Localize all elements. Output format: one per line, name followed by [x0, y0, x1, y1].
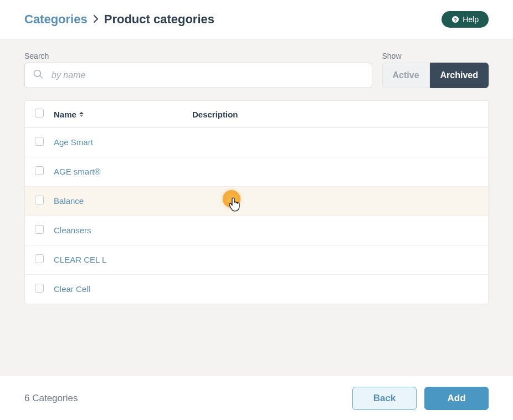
search-input[interactable] [52, 70, 364, 80]
row-checkbox[interactable] [35, 196, 44, 204]
category-name-link[interactable]: CLEAR CEL L [54, 255, 106, 264]
show-group: Show Active Archived [382, 52, 489, 88]
column-header-description[interactable]: Description [192, 110, 478, 119]
table-row[interactable]: CLEAR CEL L [25, 245, 488, 275]
column-header-name[interactable]: Name [54, 110, 192, 119]
toggle-active[interactable]: Active [382, 63, 430, 88]
breadcrumb-root[interactable]: Categories [24, 12, 88, 27]
table-row[interactable]: Clear Cell [25, 275, 488, 304]
category-name-link[interactable]: Age Smart [54, 137, 93, 147]
filters-row: Search Show Active Archived [24, 52, 489, 88]
help-button[interactable]: ? Help [442, 11, 489, 28]
row-checkbox[interactable] [35, 225, 44, 234]
row-checkbox[interactable] [35, 254, 44, 263]
page-title: Product categories [104, 12, 214, 27]
category-name-link[interactable]: Clear Cell [54, 284, 90, 294]
row-checkbox[interactable] [35, 166, 44, 175]
chevron-right-icon [93, 14, 99, 25]
back-button[interactable]: Back [352, 387, 417, 410]
help-icon: ? [452, 16, 459, 23]
table-row[interactable]: AGE smart® [25, 157, 488, 187]
footer-actions: Back Add [352, 387, 489, 410]
footer: 6 Categories Back Add [0, 376, 513, 420]
content-area: Search Show Active Archived Name [0, 39, 513, 376]
svg-text:?: ? [454, 17, 457, 23]
show-label: Show [382, 52, 489, 60]
toggle-archived[interactable]: Archived [430, 63, 489, 88]
table-body: Age SmartAGE smart®BalanceCleansersCLEAR… [25, 128, 488, 304]
row-checkbox[interactable] [35, 137, 44, 146]
select-all-checkbox[interactable] [35, 109, 44, 117]
column-description-label: Description [192, 110, 238, 119]
search-label: Search [24, 52, 372, 60]
table-row[interactable]: Cleansers [25, 216, 488, 245]
record-count: 6 Categories [24, 393, 78, 404]
page-header: Categories Product categories ? Help [0, 0, 513, 39]
category-name-link[interactable]: Balance [54, 196, 84, 206]
breadcrumb: Categories Product categories [24, 12, 214, 27]
search-field-wrap [24, 63, 372, 88]
help-label: Help [463, 15, 479, 24]
show-toggle: Active Archived [382, 63, 489, 88]
search-icon [33, 69, 44, 82]
categories-table: Name Description Age SmartAGE smart®Bala… [24, 100, 489, 304]
column-name-label: Name [54, 110, 76, 119]
category-name-link[interactable]: AGE smart® [54, 167, 100, 176]
row-checkbox[interactable] [35, 284, 44, 293]
sort-icon [79, 112, 84, 117]
search-group: Search [24, 52, 372, 88]
table-row[interactable]: Age Smart [25, 128, 488, 157]
table-header-row: Name Description [25, 101, 488, 128]
category-name-link[interactable]: Cleansers [54, 226, 91, 235]
table-row[interactable]: Balance [25, 187, 488, 216]
add-button[interactable]: Add [424, 387, 489, 410]
